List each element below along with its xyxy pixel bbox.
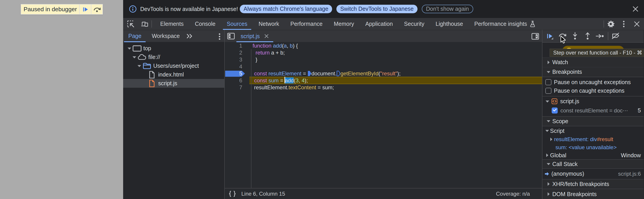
code-token: , — [287, 43, 290, 49]
main-toolbar: ElementsConsoleSourcesNetworkPerformance… — [123, 18, 644, 30]
tab-performance[interactable]: Performance — [285, 18, 328, 30]
toggle-debugger-sidebar-button[interactable] — [530, 31, 540, 41]
devtools-menu-button[interactable] — [620, 19, 628, 28]
section-call-stack[interactable]: Call Stack — [542, 159, 644, 169]
deactivate-breakpoints-button[interactable] — [610, 31, 620, 41]
code-token — [252, 50, 256, 56]
tab-sources[interactable]: Sources — [221, 18, 253, 30]
pause-caught-checkbox[interactable] — [545, 88, 552, 94]
breakpoint-entry[interactable]: const resultElement = doc⋯ 5 — [542, 106, 644, 115]
settings-gear-button[interactable] — [607, 19, 615, 28]
tab-security[interactable]: Security — [398, 18, 430, 30]
breakpoint-group-header[interactable]: script.js — [542, 96, 644, 106]
code-token: const — [254, 70, 267, 76]
code-line-5[interactable]: 5 const resultElement = document.getElem… — [225, 70, 542, 77]
inline-breakpoint-marker-filled[interactable] — [308, 71, 312, 76]
toggle-navigator-button[interactable] — [226, 31, 236, 41]
code-text: } — [250, 56, 257, 63]
section-watch[interactable]: Watch — [542, 57, 644, 67]
more-tabs-button[interactable] — [186, 33, 194, 39]
step-out-icon-button[interactable] — [583, 31, 592, 41]
step-over-button-overlay[interactable] — [92, 4, 102, 14]
devtools-close-button[interactable] — [633, 19, 641, 28]
tree-item-users-user-project[interactable]: Users/user/project — [123, 61, 224, 70]
code-editor[interactable]: 1function add(a, b) {2 return a + b;3 }4… — [225, 42, 542, 188]
pause-uncaught-checkbox[interactable] — [545, 79, 552, 85]
expand-arrow-icon — [545, 100, 550, 103]
code-line-1[interactable]: 1function add(a, b) { — [225, 42, 542, 49]
editor-tab-close-icon[interactable] — [264, 33, 269, 39]
line-number-2[interactable]: 2 — [225, 49, 250, 56]
code-token: textContent — [288, 84, 316, 90]
scope-group-script[interactable]: Script — [542, 126, 644, 135]
dont-show-again-button[interactable]: Don't show again — [422, 5, 473, 13]
device-toolbar-button[interactable] — [141, 19, 149, 28]
always-match-chrome-language-button[interactable]: Always match Chrome's language — [240, 5, 332, 13]
code-line-4[interactable]: 4 — [225, 63, 542, 70]
editor-tabstrip: script.js — [225, 30, 542, 42]
pretty-print-button[interactable] — [228, 191, 236, 197]
scope-group-global[interactable]: Global Window — [542, 151, 644, 159]
editor-pane: script.js 1function add(a, b) {2 return … — [225, 30, 542, 199]
line-number-1[interactable]: 1 — [225, 42, 250, 49]
section-xhr-breakpoints[interactable]: XHR/fetch Breakpoints — [542, 179, 644, 189]
step-into-icon-button[interactable] — [570, 31, 580, 41]
inspect-element-button[interactable] — [127, 19, 135, 28]
section-breakpoints[interactable]: Breakpoints — [542, 67, 644, 77]
tab-application[interactable]: Application — [360, 18, 398, 30]
code-token: document. — [312, 70, 336, 76]
code-token: 4 — [302, 77, 304, 83]
tab-workspace[interactable]: Workspace — [146, 30, 185, 42]
folder-icon — [142, 62, 152, 70]
file-tree: topfile://Users/user/projectindex.htmlsc… — [123, 42, 224, 199]
resume-script-icon-button[interactable] — [545, 31, 555, 41]
code-token: sum — [268, 77, 279, 83]
tree-item-file-[interactable]: file:// — [123, 53, 224, 61]
infobar-close-button[interactable] — [632, 5, 639, 12]
tab-network[interactable]: Network — [253, 18, 285, 30]
tab-memory[interactable]: Memory — [328, 18, 360, 30]
scope-var-sum[interactable]: sum: <value unavailable> — [542, 143, 644, 152]
resume-script-button[interactable] — [80, 4, 91, 14]
selected-text: add — [285, 77, 294, 83]
navigator-tabbar: Page Workspace — [123, 30, 224, 42]
resume-icon — [82, 6, 89, 13]
tree-item-index-html[interactable]: index.html — [123, 70, 224, 79]
line-number-7[interactable]: 7 — [225, 84, 250, 91]
tree-item-label: script.js — [158, 80, 177, 87]
code-line-6[interactable]: 6 const sum = add(3, 4); — [225, 77, 542, 84]
line-number-5[interactable]: 5 — [225, 70, 250, 77]
section-dom-breakpoints[interactable]: DOM Breakpoints — [542, 189, 644, 199]
tree-item-script-js[interactable]: script.js — [123, 79, 224, 88]
editor-tab-scriptjs[interactable]: script.js — [236, 30, 273, 42]
navigator-menu-button[interactable] — [218, 33, 221, 40]
step-over-icon — [93, 6, 101, 13]
code-line-7[interactable]: 7 resultElement.textContent = sum; — [225, 84, 542, 91]
coverage-label: Coverage: n/a — [496, 191, 530, 197]
tab-page[interactable]: Page — [123, 30, 146, 42]
inline-breakpoint-marker-outline[interactable] — [336, 71, 340, 76]
code-line-3[interactable]: 3 } — [225, 56, 542, 63]
scope-var-resultelement[interactable]: resultElement: div#result — [542, 135, 644, 143]
tab-console[interactable]: Console — [189, 18, 221, 30]
panel-tabs: ElementsConsoleSourcesNetworkPerformance… — [154, 18, 541, 30]
code-token: "result" — [380, 70, 397, 76]
breakpoint-entry-checkbox[interactable] — [552, 107, 558, 114]
line-number-4[interactable]: 4 — [225, 63, 250, 70]
step-icon-button[interactable] — [595, 31, 605, 41]
section-scope[interactable]: Scope — [542, 116, 644, 127]
tab-lighthouse[interactable]: Lighthouse — [430, 18, 468, 30]
code-line-2[interactable]: 2 return a + b; — [225, 49, 542, 56]
tree-item-label: index.html — [158, 71, 184, 78]
switch-devtools-to-japanese-button[interactable]: Switch DevTools to Japanese — [336, 5, 418, 13]
editor-statusbar: Line 6, Column 15 Coverage: n/a — [225, 188, 542, 199]
expand-arrow-icon[interactable] — [127, 47, 132, 50]
expand-arrow-icon[interactable] — [137, 65, 142, 67]
tab-elements[interactable]: Elements — [154, 18, 189, 30]
tab-performance-insights[interactable]: Performance insights — [469, 18, 541, 30]
line-number-3[interactable]: 3 — [225, 56, 250, 63]
line-number-6[interactable]: 6 — [225, 77, 250, 84]
call-stack-frame[interactable]: (anonymous) script.js:6 — [542, 169, 644, 179]
tree-item-top[interactable]: top — [123, 44, 224, 53]
expand-arrow-icon[interactable] — [132, 56, 136, 59]
